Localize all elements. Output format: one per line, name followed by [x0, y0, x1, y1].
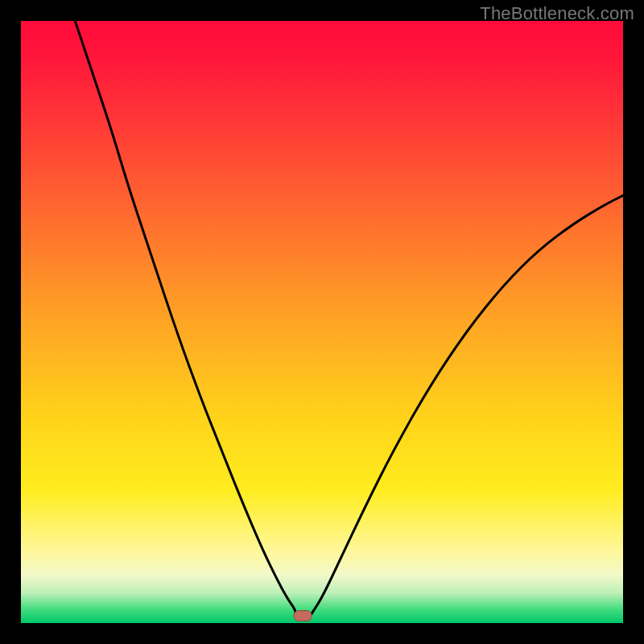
min-marker: [294, 611, 312, 621]
chart-frame: TheBottleneck.com: [0, 0, 644, 644]
bottleneck-curve: [75, 21, 623, 616]
watermark-text: TheBottleneck.com: [480, 3, 634, 24]
plot-area: [21, 21, 623, 623]
curve-layer: [21, 21, 623, 623]
